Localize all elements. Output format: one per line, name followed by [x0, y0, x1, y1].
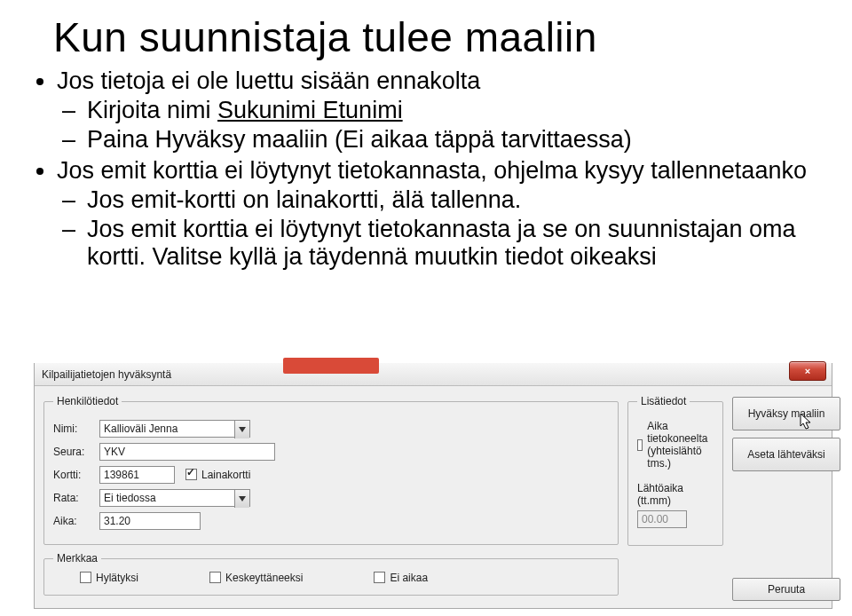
- label-lahtoaika: Lähtöaika (tt.mm): [637, 482, 714, 507]
- close-icon: ×: [805, 366, 810, 376]
- bullet-1-sub-1a: Kirjoita nimi: [87, 97, 217, 123]
- lahtoaika-value: 00.00: [642, 511, 668, 527]
- aikatieto-checkbox[interactable]: [637, 439, 643, 451]
- hylatyksi-checkbox-wrap[interactable]: Hylätyksi: [80, 572, 138, 584]
- bullet-1: Jos tietoja ei ole luettu sisään ennakol…: [57, 67, 825, 154]
- lainakortti-checkbox[interactable]: [185, 469, 197, 480]
- nimi-dropdown-button[interactable]: [234, 421, 249, 438]
- aseta-button[interactable]: Aseta lähteväksi: [732, 438, 840, 471]
- lainakortti-checkbox-wrap[interactable]: Lainakortti: [185, 469, 250, 481]
- eiaikaa-label: Ei aikaa: [390, 572, 428, 584]
- nimi-combobox[interactable]: Kallioväli Jenna: [99, 420, 250, 438]
- bullet-list: Jos tietoja ei ole luettu sisään ennakol…: [27, 67, 825, 271]
- aikatieto-label: Aika tietokoneelta (yhteislähtö tms.): [647, 420, 714, 470]
- label-aika: Aika:: [53, 515, 99, 527]
- keskeyt-checkbox[interactable]: [209, 572, 221, 583]
- bullet-2: Jos emit korttia ei löytynyt tietokannas…: [57, 157, 825, 271]
- label-nimi: Nimi:: [53, 423, 99, 435]
- keskeyt-checkbox-wrap[interactable]: Keskeyttäneeksi: [209, 572, 303, 584]
- aseta-button-label: Aseta lähteväksi: [747, 448, 824, 461]
- slide-title: Kun suunnistaja tulee maaliin: [53, 16, 825, 59]
- group-merkkaa: Merkkaa Hylätyksi Keskeyttäneeksi Ei aik…: [43, 552, 619, 596]
- lainakortti-label: Lainakortti: [201, 469, 250, 481]
- rata-dropdown-button[interactable]: [234, 490, 249, 508]
- rata-value: Ei tiedossa: [104, 490, 156, 506]
- chevron-down-icon: [239, 496, 246, 501]
- rata-combobox[interactable]: Ei tiedossa: [99, 489, 250, 507]
- close-button[interactable]: ×: [789, 361, 826, 381]
- peruuta-button[interactable]: Peruuta: [732, 578, 840, 601]
- bullet-2-sub-2: Jos emit korttia ei löytynyt tietokannas…: [87, 216, 825, 271]
- bullet-1-sub-1: Kirjoita nimi Sukunimi Etunimi: [87, 97, 825, 124]
- eiaikaa-checkbox-wrap[interactable]: Ei aikaa: [374, 572, 428, 584]
- lahtoaika-input: 00.00: [637, 510, 687, 528]
- hyvaksy-button-label: Hyväksy maaliin: [748, 407, 825, 420]
- aikatieto-checkbox-wrap[interactable]: Aika tietokoneelta (yhteislähtö tms.): [637, 420, 714, 470]
- kortti-input[interactable]: 139861: [99, 466, 175, 484]
- hylatyksi-checkbox[interactable]: [80, 572, 91, 583]
- peruuta-button-label: Peruuta: [768, 583, 805, 596]
- group-merkkaa-legend: Merkkaa: [53, 552, 101, 565]
- keskeyt-label: Keskeyttäneeksi: [225, 572, 303, 584]
- dialog-window: Kilpailijatietojen hyväksyntä × Henkilöt…: [34, 363, 832, 609]
- label-kortti: Kortti:: [53, 469, 99, 481]
- group-henkilotiedot-legend: Henkilötiedot: [53, 395, 122, 407]
- eiaikaa-checkbox[interactable]: [374, 572, 385, 583]
- hylatyksi-label: Hylätyksi: [96, 572, 138, 584]
- bullet-1-sub-2: Paina Hyväksy maaliin (Ei aikaa täppä ta…: [87, 126, 825, 154]
- bullet-2-sub-1: Jos emit-kortti on lainakortti, älä tall…: [87, 186, 825, 214]
- bullet-1-sub-1b: Sukunimi Etunimi: [217, 97, 403, 123]
- chevron-down-icon: [239, 427, 246, 432]
- bullet-1-text: Jos tietoja ei ole luettu sisään ennakol…: [57, 67, 480, 94]
- dialog-title: Kilpailijatietojen hyväksyntä: [42, 368, 171, 381]
- bullet-2-text: Jos emit korttia ei löytynyt tietokannas…: [57, 157, 807, 184]
- label-seura: Seura:: [53, 446, 99, 458]
- hyvaksy-button[interactable]: Hyväksy maaliin: [732, 397, 840, 430]
- nimi-value: Kallioväli Jenna: [104, 421, 178, 437]
- aika-input[interactable]: 31.20: [99, 512, 201, 530]
- kortti-value: 139861: [104, 467, 139, 483]
- dialog-titlebar[interactable]: Kilpailijatietojen hyväksyntä ×: [35, 363, 832, 386]
- group-lisatiedot: Lisätiedot Aika tietokoneelta (yhteisläh…: [627, 395, 723, 546]
- aika-value: 31.20: [104, 513, 130, 529]
- group-henkilotiedot: Henkilötiedot Nimi: Kallioväli Jenna Seu…: [43, 395, 619, 545]
- background-tab: [283, 358, 379, 374]
- seura-input[interactable]: YKV: [99, 443, 275, 461]
- group-lisatiedot-legend: Lisätiedot: [637, 395, 690, 407]
- seura-value: YKV: [104, 444, 125, 460]
- label-rata: Rata:: [53, 492, 99, 504]
